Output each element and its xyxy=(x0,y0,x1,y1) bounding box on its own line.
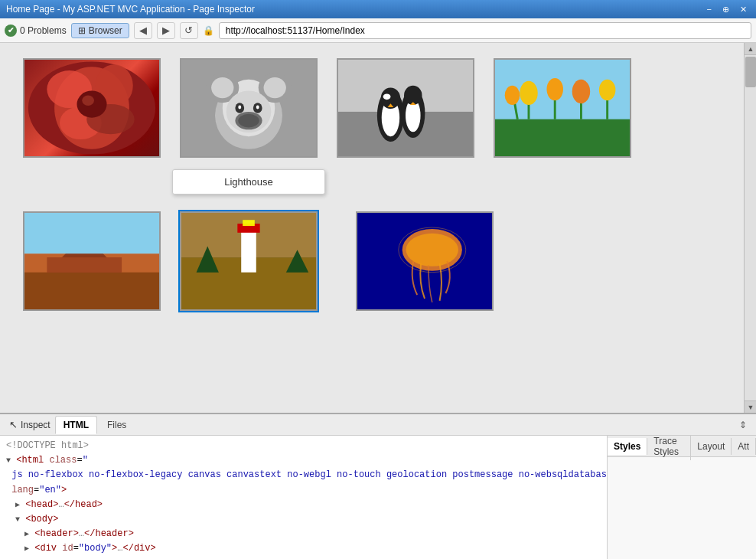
html-tree: <!DOCTYPE html> ▼ <html class=" js no-fl… xyxy=(0,436,607,559)
svg-point-17 xyxy=(238,114,259,128)
photo-cell-jellyfish xyxy=(356,211,494,311)
html-line-header[interactable]: ▶ <header>…</header> xyxy=(6,527,601,541)
nav-forward-button[interactable]: ▶ xyxy=(157,22,175,39)
photo-cell-koala xyxy=(180,58,318,158)
svg-point-40 xyxy=(572,80,590,103)
problems-icon: ✔ xyxy=(5,25,17,37)
svg-rect-47 xyxy=(24,273,159,310)
highlight-label: Lighthouse xyxy=(182,176,315,188)
photo-desert xyxy=(23,211,161,311)
svg-rect-34 xyxy=(495,119,630,157)
title-bar: Home Page - My ASP.NET MVC Application -… xyxy=(0,0,756,18)
browser-label: Browser xyxy=(89,25,122,36)
right-tab-att[interactable]: Att xyxy=(732,438,756,455)
nav-refresh-button[interactable]: ↺ xyxy=(180,22,198,39)
html-line-body-open[interactable]: ▼ <body> xyxy=(6,512,601,527)
browser-content: Lighthouse xyxy=(0,43,756,413)
photo-tulips xyxy=(494,58,631,158)
svg-point-21 xyxy=(256,106,259,110)
photo-penguins xyxy=(337,58,474,158)
photo-cell-lighthouse xyxy=(180,211,318,311)
photo-cell-desert xyxy=(23,211,161,311)
photo-jellyfish xyxy=(356,211,494,311)
svg-rect-49 xyxy=(47,257,122,273)
html-line-html[interactable]: ▼ <html class=" js no-flexbox no-flexbox… xyxy=(6,453,601,498)
html-line-doctype: <!DOCTYPE html> xyxy=(6,439,601,453)
right-tab-layout[interactable]: Layout xyxy=(691,438,732,455)
tab-html[interactable]: HTML xyxy=(55,416,97,434)
svg-point-42 xyxy=(599,80,616,100)
photo-row-2: Lighthouse xyxy=(23,211,733,311)
close-btn[interactable]: ✕ xyxy=(737,5,750,15)
photo-cell-penguins xyxy=(337,58,474,158)
browser-icon: ⊞ xyxy=(78,25,86,36)
inspect-label: Inspect xyxy=(21,420,51,430)
inspect-icon: ↖ xyxy=(9,419,18,430)
photo-lighthouse xyxy=(180,211,318,311)
bottom-panel: ↖ Inspect HTML Files ⇕ <!DOCTYPE html> ▼… xyxy=(0,413,756,559)
problems-badge: ✔ 0 Problems xyxy=(5,25,67,37)
browser-button[interactable]: ⊞ Browser xyxy=(71,23,129,38)
svg-point-44 xyxy=(505,86,520,105)
scroll-thumb[interactable] xyxy=(745,57,756,87)
svg-point-7 xyxy=(82,95,94,106)
problems-label: 0 Problems xyxy=(20,25,67,36)
minimize-btn[interactable]: − xyxy=(704,5,715,15)
scroll-up-arrow[interactable]: ▲ xyxy=(745,43,756,55)
panel-tabs: ↖ Inspect HTML Files ⇕ xyxy=(0,414,756,436)
svg-point-12 xyxy=(211,77,233,98)
svg-point-27 xyxy=(383,93,391,100)
pin-btn[interactable]: ⊕ xyxy=(719,5,732,15)
right-panel: Styles Trace Styles Layout Att xyxy=(607,436,756,559)
tab-files[interactable]: Files xyxy=(99,416,135,434)
photo-grid: Lighthouse xyxy=(0,43,756,326)
title-text: Home Page - My ASP.NET MVC Application -… xyxy=(6,4,255,15)
right-tab-trace[interactable]: Trace Styles xyxy=(647,436,691,460)
inspect-button[interactable]: ↖ Inspect xyxy=(5,417,55,433)
photo-row-1 xyxy=(23,58,733,158)
photo-cell-tulips xyxy=(494,58,631,158)
right-tab-styles[interactable]: Styles xyxy=(608,438,647,455)
html-line-head[interactable]: ▶ <head>…</head> xyxy=(6,498,601,512)
address-icon: 🔒 xyxy=(203,25,214,36)
svg-point-36 xyxy=(520,81,537,105)
svg-point-38 xyxy=(546,78,563,100)
photo-red-flower xyxy=(23,58,161,158)
toolbar: ✔ 0 Problems ⊞ Browser ◀ ▶ ↺ 🔒 xyxy=(0,18,756,43)
vertical-scrollbar[interactable]: ▲ ▼ xyxy=(744,43,756,413)
nav-back-button[interactable]: ◀ xyxy=(134,22,152,39)
html-content: <!DOCTYPE html> ▼ <html class=" js no-fl… xyxy=(0,436,756,559)
photo-koala xyxy=(180,58,318,158)
right-panel-tabs: Styles Trace Styles Layout Att xyxy=(608,436,756,457)
highlight-tooltip: Lighthouse xyxy=(172,169,325,195)
window-controls[interactable]: − ⊕ ✕ xyxy=(704,5,750,15)
scroll-down-arrow[interactable]: ▼ xyxy=(745,400,756,413)
html-line-div-body[interactable]: ▶ <div id="body">…</div> xyxy=(6,541,601,556)
svg-point-20 xyxy=(238,106,241,110)
svg-rect-54 xyxy=(241,227,256,273)
photo-cell-flower xyxy=(23,58,161,158)
svg-rect-56 xyxy=(243,220,255,226)
svg-rect-50 xyxy=(24,212,159,253)
panel-expand-button[interactable]: ⇕ xyxy=(735,418,751,432)
svg-point-14 xyxy=(264,77,286,98)
address-bar[interactable] xyxy=(219,22,751,39)
